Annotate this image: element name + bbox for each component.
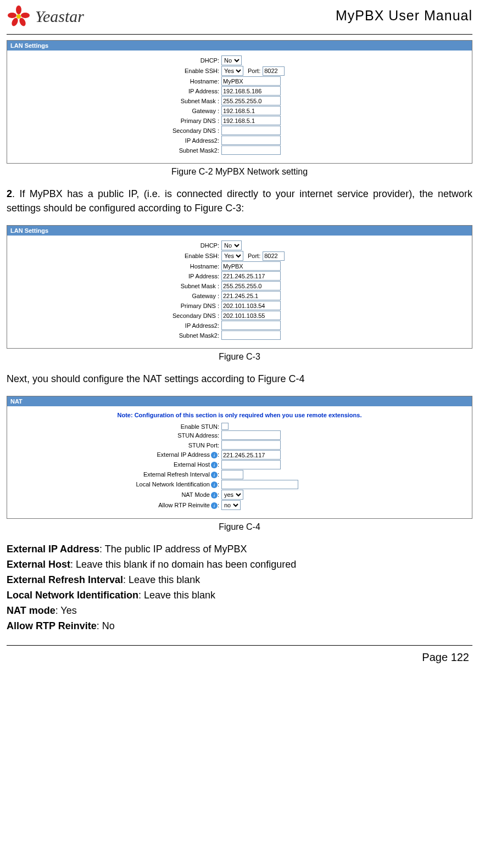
document-title: MyPBX User Manual: [336, 4, 472, 24]
ip-input[interactable]: [221, 86, 281, 96]
port-input[interactable]: [263, 251, 285, 261]
mask-label: Subnet Mask :: [35, 283, 221, 289]
ip2-label: IP Address2:: [35, 137, 221, 144]
ip-input[interactable]: [221, 271, 281, 281]
ip-label: IP Address:: [35, 273, 221, 279]
panel-title: NAT: [7, 396, 472, 406]
ext-host-label: External Hosti:: [35, 461, 221, 468]
ext-refresh-label: External Refresh Intervali:: [35, 471, 221, 478]
dns1-input[interactable]: [221, 301, 281, 310]
stun-port-input[interactable]: [221, 440, 281, 450]
natmode-select[interactable]: yes: [221, 490, 243, 500]
paragraph-2: 2. If MyPBX has a public IP, (i.e. is co…: [7, 187, 472, 215]
info-icon: i: [211, 502, 218, 509]
def-ext-refresh-term: External Refresh Interval: [7, 574, 123, 585]
definitions-block: External IP Address: The public IP addre…: [7, 542, 472, 634]
stun-addr-input[interactable]: [221, 430, 281, 440]
svg-point-0: [16, 14, 21, 19]
info-icon: i: [211, 462, 218, 468]
def-natmode-text: : Yes: [55, 605, 77, 616]
dns2-input[interactable]: [221, 126, 281, 135]
hostname-input[interactable]: [221, 76, 281, 86]
hostname-label: Hostname:: [35, 78, 221, 85]
def-localnet-term: Local Network Identification: [7, 590, 138, 601]
ssh-label: Enable SSH:: [35, 253, 221, 259]
gw-input[interactable]: [221, 291, 281, 300]
para2-text: . If MyPBX has a public IP, (i.e. is con…: [7, 188, 472, 214]
ip2-input[interactable]: [221, 136, 281, 145]
dns2-label: Secondary DNS :: [35, 127, 221, 134]
nat-panel-c4: NAT Note: Configuration of this section …: [7, 396, 472, 519]
dns2-input[interactable]: [221, 311, 281, 320]
dhcp-label: DHCP:: [35, 242, 221, 249]
nat-note: Note: Configuration of this section is o…: [35, 412, 444, 418]
svg-point-3: [21, 13, 30, 18]
stun-addr-label: STUN Address:: [35, 432, 221, 439]
lan-settings-panel-c3: LAN Settings DHCP:No Enable SSH:YesPort:…: [7, 225, 472, 349]
figure-c4-caption: Figure C-4: [7, 522, 472, 532]
localnet-label: Local Network Identificationi:: [35, 481, 221, 488]
page-number: Page 122: [7, 651, 472, 664]
mask2-label: Subnet Mask2:: [35, 332, 221, 339]
def-ext-host-text: : Leave this blank if no domain has been…: [70, 559, 296, 570]
port-label: Port:: [248, 253, 260, 259]
localnet-input[interactable]: [221, 480, 298, 489]
dns2-label: Secondary DNS :: [35, 312, 221, 319]
info-icon: i: [211, 492, 218, 499]
port-label: Port:: [248, 68, 260, 74]
dns1-label: Primary DNS :: [35, 303, 221, 309]
flower-icon: [7, 4, 35, 29]
enable-stun-checkbox[interactable]: [221, 423, 229, 430]
def-natmode-term: NAT mode: [7, 605, 55, 616]
mask2-input[interactable]: [221, 331, 281, 340]
ip2-input[interactable]: [221, 321, 281, 330]
figure-c2-caption: Figure C-2 MyPBX Network setting: [7, 167, 472, 177]
header-rule: [7, 34, 472, 35]
def-ext-host-term: External Host: [7, 559, 70, 570]
lan-settings-panel-c2: LAN Settings DHCP:No Enable SSH:YesPort:…: [7, 40, 472, 164]
def-localnet-text: : Leave this blank: [138, 590, 215, 601]
dhcp-label: DHCP:: [35, 57, 221, 64]
mask2-input[interactable]: [221, 145, 281, 155]
gw-label: Gateway :: [35, 108, 221, 114]
figure-c3-caption: Figure C-3: [7, 352, 472, 362]
footer-rule: [7, 645, 472, 646]
allowrtp-select[interactable]: no: [221, 500, 241, 510]
ip-label: IP Address:: [35, 88, 221, 94]
ext-ip-label: External IP Addressi:: [35, 451, 221, 458]
brand-logo: Yeastar: [7, 4, 84, 29]
svg-point-2: [8, 13, 16, 18]
ext-ip-input[interactable]: [221, 450, 281, 460]
hostname-input[interactable]: [221, 261, 281, 271]
dhcp-select[interactable]: No: [221, 55, 242, 65]
hostname-label: Hostname:: [35, 263, 221, 270]
gw-input[interactable]: [221, 106, 281, 115]
dns1-label: Primary DNS :: [35, 117, 221, 124]
stun-port-label: STUN Port:: [35, 442, 221, 449]
mask-label: Subnet Mask :: [35, 98, 221, 104]
mask2-label: Subnet Mask2:: [35, 147, 221, 154]
def-allowrtp-text: : No: [97, 620, 115, 631]
brand-name: Yeastar: [35, 7, 84, 26]
def-ext-ip-term: External IP Address: [7, 544, 99, 555]
dhcp-select[interactable]: No: [221, 240, 242, 250]
page-header: Yeastar MyPBX User Manual: [7, 4, 472, 31]
ssh-select[interactable]: Yes: [221, 251, 243, 261]
allowrtp-label: Allow RTP Reinvitei:: [35, 502, 221, 509]
info-icon: i: [211, 472, 218, 478]
panel-title: LAN Settings: [7, 41, 472, 51]
ext-refresh-input[interactable]: [221, 470, 243, 479]
ip2-label: IP Address2:: [35, 322, 221, 329]
gw-label: Gateway :: [35, 293, 221, 299]
ext-host-input[interactable]: [221, 460, 281, 469]
ssh-select[interactable]: Yes: [221, 66, 243, 76]
def-allowrtp-term: Allow RTP Reinvite: [7, 620, 97, 631]
mask-input[interactable]: [221, 281, 281, 290]
port-input[interactable]: [263, 66, 285, 76]
natmode-label: NAT Modei:: [35, 491, 221, 499]
info-icon: i: [211, 452, 218, 458]
enable-stun-label: Enable STUN:: [35, 423, 221, 430]
mask-input[interactable]: [221, 96, 281, 105]
dns1-input[interactable]: [221, 116, 281, 125]
panel-title: LAN Settings: [7, 226, 472, 236]
